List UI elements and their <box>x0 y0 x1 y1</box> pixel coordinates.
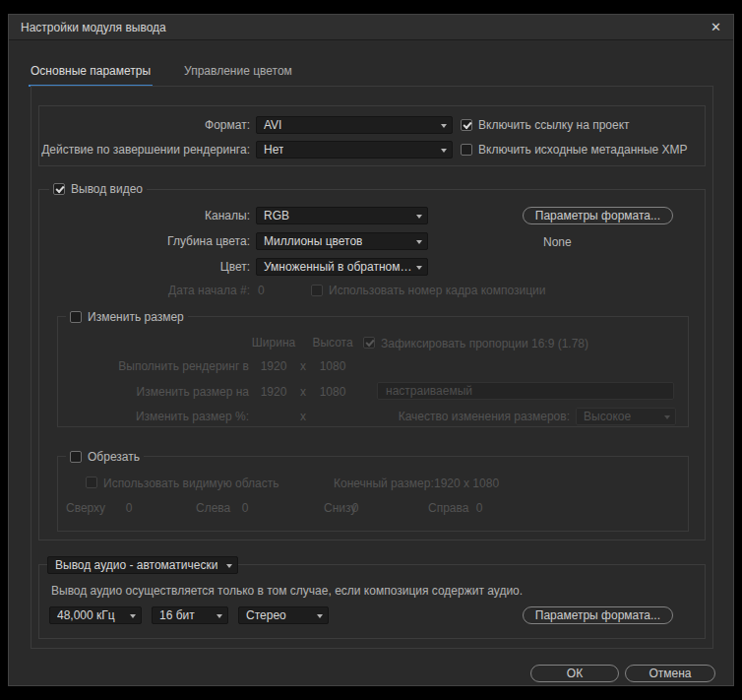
height-header: Высота <box>310 336 355 350</box>
render-at-row: Выполнить рендеринг в 1920 x 1080 <box>58 357 688 375</box>
resize-percent-label: Изменить размер %: <box>58 410 249 423</box>
cancel-button[interactable]: Отмена <box>625 665 715 682</box>
resize-header-row: Ширина Высота Зафиксировать пропорции 16… <box>58 334 688 351</box>
start-frame-value: 0 <box>256 284 276 297</box>
chevron-down-icon <box>416 266 422 270</box>
chevron-down-icon <box>441 149 447 153</box>
crop-bottom-value: 0 <box>345 501 365 515</box>
bit-depth-value: 16 бит <box>159 608 195 622</box>
color-label: Цвет: <box>39 260 250 274</box>
color-row: Цвет: Умноженный в обратном по... <box>39 258 705 276</box>
crop-left-label: Слева <box>196 501 230 515</box>
ok-button[interactable]: ОК <box>530 665 619 682</box>
lock-aspect-checkbox[interactable] <box>363 337 375 349</box>
audio-channels-value: Стерео <box>246 608 286 622</box>
crop-top-value: 0 <box>119 501 139 515</box>
audio-output-mode-value: Вывод аудио - автоматически <box>55 558 217 572</box>
video-output-checkbox[interactable] <box>53 183 65 195</box>
resize-quality-value: Высокое <box>584 410 631 423</box>
crop-right-label: Справа <box>428 501 468 515</box>
crop-group: Обрезать Использовать видимую область Ко… <box>57 456 689 532</box>
post-render-action-label: Действие по завершении рендеринга: <box>39 143 250 157</box>
crop-caption: Обрезать <box>66 449 144 465</box>
audio-format-options-button[interactable]: Параметры формата... <box>523 606 673 624</box>
crop-values-row: Сверху 0 Слева 0 Снизу 0 Справа 0 <box>58 499 688 517</box>
color-depth-label: Глубина цвета: <box>39 234 250 248</box>
use-region-of-interest-label: Использовать видимую область <box>103 477 279 490</box>
chevron-down-icon <box>226 564 232 568</box>
start-frame-row: Дата начала #: 0 Использовать номер кадр… <box>39 282 705 299</box>
format-dropdown[interactable]: AVI <box>256 116 453 134</box>
titlebar[interactable]: Настройки модуля вывода ✕ <box>9 15 733 40</box>
resize-to-width: 1920 <box>251 385 296 399</box>
x-separator: x <box>296 385 310 399</box>
channels-label: Каналы: <box>39 209 250 223</box>
close-icon[interactable]: ✕ <box>711 20 721 34</box>
resize-checkbox[interactable] <box>70 311 82 323</box>
chevron-down-icon <box>216 614 222 618</box>
include-project-link-checkbox[interactable] <box>461 119 472 131</box>
post-render-action-value: Нет <box>264 143 283 157</box>
format-label: Формат: <box>39 118 250 132</box>
resize-caption: Изменить размер <box>66 309 188 325</box>
render-at-height: 1080 <box>310 359 355 373</box>
crop-right-value: 0 <box>469 501 489 515</box>
resize-to-label: Изменить размер на <box>58 385 249 399</box>
resize-label: Изменить размер <box>88 310 184 324</box>
chevron-down-icon <box>441 124 447 128</box>
render-at-width: 1920 <box>251 359 296 373</box>
x-separator: x <box>296 410 310 423</box>
lock-aspect-label: Зафиксировать пропорции 16:9 (1.78) <box>381 337 588 350</box>
final-size-label: Конечный размер: <box>334 477 434 490</box>
audio-output-mode-dropdown[interactable]: Вывод аудио - автоматически <box>47 556 238 574</box>
include-project-link-label: Включить ссылку на проект <box>478 118 630 132</box>
resize-to-height: 1080 <box>310 385 355 399</box>
crop-top-label: Сверху <box>66 501 105 515</box>
post-render-row: Действие по завершении рендеринга: Нет В… <box>39 141 705 159</box>
resize-quality-dropdown[interactable]: Высокое <box>576 408 676 425</box>
post-render-action-dropdown[interactable]: Нет <box>256 141 453 159</box>
chevron-down-icon <box>130 614 136 618</box>
color-depth-dropdown[interactable]: Миллионы цветов <box>256 232 428 250</box>
chevron-down-icon <box>664 415 670 419</box>
include-xmp-checkbox[interactable] <box>461 144 472 156</box>
use-comp-frame-number-checkbox[interactable] <box>311 285 323 296</box>
tab-color-management[interactable]: Управление цветом <box>182 62 294 87</box>
resize-percent-row: Изменить размер %: x Качество изменения … <box>58 408 688 425</box>
channels-dropdown[interactable]: RGB <box>256 207 428 224</box>
audio-settings-row: 48,000 кГц 16 бит Стерео Параметры форма… <box>39 606 705 624</box>
resize-preset-field[interactable]: настраиваемый <box>377 382 674 400</box>
color-depth-row: Глубина цвета: Миллионы цветов <box>39 232 705 250</box>
sample-rate-dropdown[interactable]: 48,000 кГц <box>49 606 142 624</box>
output-module-settings-dialog: Настройки модуля вывода ✕ Основные парам… <box>8 14 734 686</box>
crop-options-row: Использовать видимую область Конечный ра… <box>58 474 688 491</box>
audio-output-group: Вывод аудио - автоматически Вывод аудио … <box>38 564 706 639</box>
color-depth-value: Миллионы цветов <box>264 234 362 248</box>
x-separator: x <box>296 359 310 373</box>
render-at-label: Выполнить рендеринг в <box>58 359 249 373</box>
start-frame-label: Дата начала #: <box>39 284 250 297</box>
dialog-title: Настройки модуля вывода <box>21 21 166 34</box>
resize-quality-label: Качество изменения размеров: <box>373 410 570 423</box>
width-header: Ширина <box>251 336 296 350</box>
sample-rate-value: 48,000 кГц <box>57 608 115 622</box>
format-value: AVI <box>264 118 281 132</box>
tab-general-settings[interactable]: Основные параметры <box>29 62 153 87</box>
crop-label: Обрезать <box>88 450 140 464</box>
use-region-of-interest-checkbox[interactable] <box>86 477 97 488</box>
video-output-label: Вывод видео <box>71 182 143 196</box>
chevron-down-icon <box>416 240 422 244</box>
chevron-down-icon <box>317 614 323 618</box>
codec-info-text: None <box>543 235 572 249</box>
bit-depth-dropdown[interactable]: 16 бит <box>152 606 228 624</box>
color-premultiply-value: Умноженный в обратном по... <box>264 260 412 274</box>
crop-checkbox[interactable] <box>70 451 82 463</box>
video-format-options-button[interactable]: Параметры формата... <box>523 207 673 224</box>
final-size-value: 1920 x 1080 <box>434 477 499 490</box>
audio-channels-dropdown[interactable]: Стерео <box>238 606 329 624</box>
use-comp-frame-number-label: Использовать номер кадра композиции <box>329 284 546 297</box>
format-group: Формат: AVI Включить ссылку на проект Де… <box>38 105 706 166</box>
crop-left-value: 0 <box>235 501 255 515</box>
include-xmp-label: Включить исходные метаданные XMP <box>478 143 688 157</box>
color-premultiply-dropdown[interactable]: Умноженный в обратном по... <box>256 258 428 276</box>
